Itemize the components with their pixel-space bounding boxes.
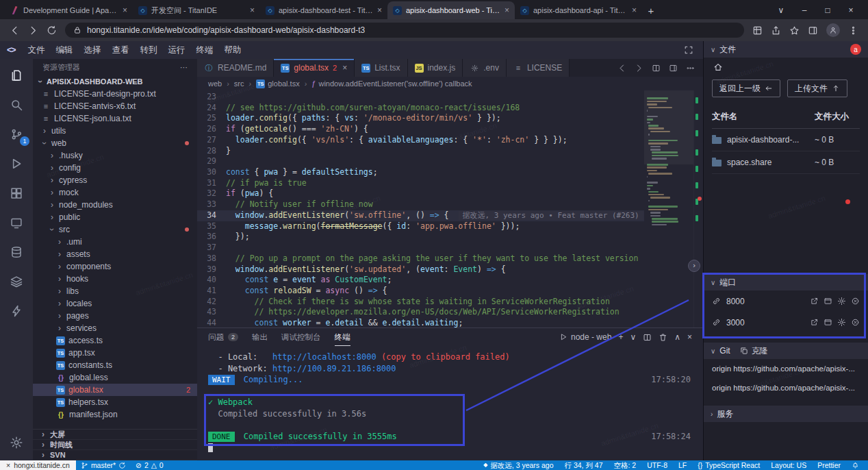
activity-search[interactable] xyxy=(8,97,25,113)
terminal-process-picker[interactable]: node - web xyxy=(559,332,611,342)
tab-close-icon[interactable]: × xyxy=(505,5,509,15)
tree-item[interactable]: TSconstants.ts xyxy=(33,359,197,371)
sidebar-section[interactable]: ›大屏 xyxy=(33,430,197,440)
browser-menu-icon[interactable] xyxy=(848,25,858,36)
breadcrumb-item[interactable]: TSglobal.tsx xyxy=(256,79,299,88)
tab-close-icon[interactable]: × xyxy=(632,5,637,15)
tree-item[interactable]: ›libs xyxy=(33,285,197,297)
activity-remote-explorer[interactable] xyxy=(8,214,25,231)
browser-tab[interactable]: ◇apisix-dashboard-test - TitanI× xyxy=(260,1,387,19)
git-section-header[interactable]: ∨ Git 克隆 xyxy=(704,343,868,359)
editor-tab[interactable]: .env xyxy=(463,59,507,77)
menu-item[interactable]: 编辑 xyxy=(51,43,79,57)
code-editor[interactable]: 2324// see https://github.com/suren-atoy… xyxy=(197,90,703,327)
menu-item[interactable]: 运行 xyxy=(163,43,191,57)
open-in-browser-icon[interactable] xyxy=(810,318,819,327)
tree-item[interactable]: ›mock xyxy=(33,186,197,199)
close-panel-icon[interactable]: × xyxy=(687,332,692,342)
code-line[interactable]: 27 loader.config({ 'vs/nls': { available… xyxy=(197,135,644,146)
more-actions-icon[interactable]: ⋯ xyxy=(180,63,188,72)
port-row[interactable]: 8000 xyxy=(704,290,868,312)
breadcrumb-item[interactable]: ƒwindow.addEventListener('sw.offline') c… xyxy=(311,79,472,88)
tree-item[interactable]: ›.husky xyxy=(33,149,197,162)
code-line[interactable]: 30const { pwa } = defaultSettings; xyxy=(197,167,644,178)
sidebar-section[interactable]: ›时间线 xyxy=(33,440,197,450)
files-section-header[interactable]: ∨ 文件 a xyxy=(704,41,868,58)
layout-indicator[interactable]: Layout: US xyxy=(766,460,811,470)
code-line[interactable]: 40 const e = event as CustomEvent; xyxy=(197,275,644,286)
minimize-window-icon[interactable]: – xyxy=(793,5,816,15)
tree-item[interactable]: ≡LICENSE-json.lua.txt xyxy=(33,112,197,125)
close-tab-icon[interactable]: × xyxy=(342,63,347,73)
tree-item[interactable]: ›config xyxy=(33,162,197,174)
split-editor-icon[interactable] xyxy=(652,64,661,73)
tree-item[interactable]: TSglobal.tsx2 xyxy=(33,384,197,396)
tree-item[interactable]: ›web xyxy=(33,137,197,149)
project-root[interactable]: › APISIX-DASHBOARD-WEB xyxy=(33,75,197,88)
terminal-output[interactable]: - Local: http://localhost:8000 (copy to … xyxy=(197,346,703,460)
code-line[interactable]: 29 xyxy=(197,156,644,167)
tab-search-icon[interactable]: ∨ xyxy=(769,5,793,15)
breadcrumb[interactable]: web›src›TSglobal.tsx›ƒwindow.addEventLis… xyxy=(197,77,703,90)
go-up-button[interactable]: 返回上一级 xyxy=(712,79,780,97)
branch-indicator[interactable]: master* xyxy=(76,460,131,470)
tree-item[interactable]: ›assets xyxy=(33,248,197,260)
tree-item[interactable]: ≡LICENSE-antvis-x6.txt xyxy=(33,100,197,112)
upload-button[interactable]: 上传文件 xyxy=(787,79,847,97)
close-port-icon[interactable] xyxy=(851,297,860,306)
preview-icon[interactable] xyxy=(824,297,832,306)
tree-item[interactable]: ›node_modules xyxy=(33,199,197,211)
eol-indicator[interactable]: LF xyxy=(674,460,691,470)
tree-item[interactable]: ›components xyxy=(33,260,197,273)
editor-tab[interactable]: TSList.tsx xyxy=(355,59,407,77)
tab-close-icon[interactable]: × xyxy=(123,5,127,15)
activity-source-control[interactable]: 1 xyxy=(8,126,25,143)
terminal-dropdown-icon[interactable]: ∨ xyxy=(630,332,636,342)
code-line[interactable]: 44 const worker = e.detail && e.detail.w… xyxy=(197,318,644,327)
cursor-position[interactable]: 行 34, 列 47 xyxy=(560,460,608,470)
problems-indicator[interactable]: ⊘2△0 xyxy=(131,460,168,470)
notifications-bell[interactable] xyxy=(847,462,864,469)
code-line[interactable]: 39 window.addEventListener('sw.updated',… xyxy=(197,264,644,275)
code-line[interactable]: 36 }); xyxy=(197,232,644,243)
code-line[interactable]: 37 xyxy=(197,243,644,253)
activity-extensions[interactable] xyxy=(8,185,25,201)
code-line[interactable]: 33 // Notify user if offline now xyxy=(197,199,644,210)
encoding-indicator[interactable]: UTF-8 xyxy=(642,460,672,470)
maximize-window-icon[interactable]: □ xyxy=(816,5,839,15)
activity-deploy[interactable] xyxy=(8,303,25,319)
code-line[interactable]: 28} xyxy=(197,146,644,157)
code-line[interactable]: 34 window.addEventListener('sw.offline',… xyxy=(197,210,644,221)
nav-back-icon[interactable] xyxy=(617,64,626,73)
formatter-indicator[interactable]: Prettier xyxy=(813,460,845,470)
nav-forward-icon[interactable] xyxy=(635,64,643,73)
share-icon[interactable] xyxy=(771,25,781,36)
sidebar-section[interactable]: ›SVN xyxy=(33,450,197,460)
language-indicator[interactable]: {}TypeScript React xyxy=(693,460,765,470)
minimap-slider[interactable] xyxy=(644,90,693,164)
code-line[interactable]: 35 message.warning(formatMessage({ id: '… xyxy=(197,221,644,232)
breadcrumb-item[interactable]: web xyxy=(208,79,222,88)
editor-tab[interactable]: JSindex.js xyxy=(408,59,463,77)
fullscreen-icon[interactable] xyxy=(684,45,693,55)
apps-icon[interactable] xyxy=(752,25,763,36)
panel-tab[interactable]: 输出 xyxy=(252,328,268,346)
ports-section-header[interactable]: ∨ 端口 xyxy=(704,274,868,290)
file-row[interactable]: apisix-dashboard-...~ 0 B xyxy=(712,129,860,151)
activity-layers[interactable] xyxy=(8,273,25,290)
address-bar[interactable]: hongxi.titanide.cn/ide/web/coding/apisix… xyxy=(65,23,744,38)
favorite-icon[interactable] xyxy=(789,25,800,36)
tree-item[interactable]: ›pages xyxy=(33,310,197,322)
menu-item[interactable]: 文件 xyxy=(23,43,51,57)
menu-item[interactable]: 选择 xyxy=(79,43,107,57)
code-line[interactable]: 43 // https://developer.mozilla.org/en-U… xyxy=(197,307,644,318)
tree-item[interactable]: ›services xyxy=(33,322,197,334)
activity-run-and-debug[interactable] xyxy=(8,156,25,172)
refresh-icon[interactable] xyxy=(47,25,57,36)
minimap[interactable] xyxy=(644,90,693,327)
tree-item[interactable]: TSaccess.ts xyxy=(33,334,197,347)
tree-item[interactable]: ›locales xyxy=(33,297,197,310)
panel-tab[interactable]: 问题2 xyxy=(208,328,238,346)
kill-terminal-icon[interactable] xyxy=(659,333,667,342)
tree-item[interactable]: ≡LICENSE-ant-design-pro.txt xyxy=(33,88,197,100)
